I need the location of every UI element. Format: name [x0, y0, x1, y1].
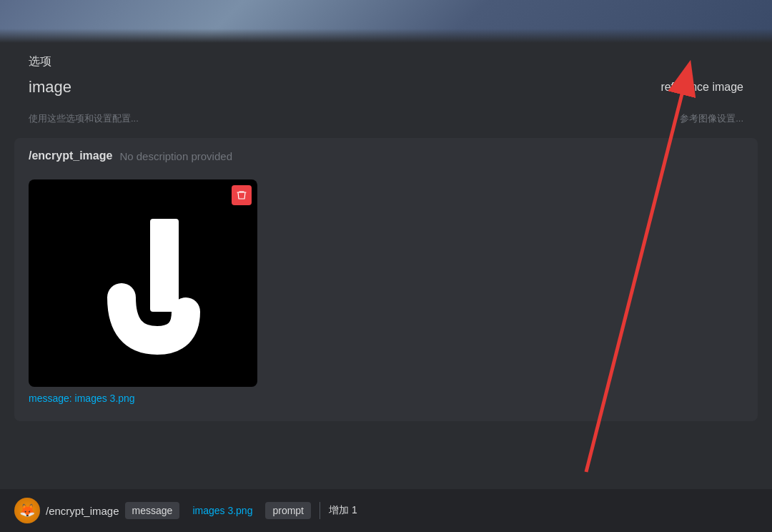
- options-title: 选项: [29, 54, 51, 69]
- image-thumbnail: [29, 179, 257, 387]
- svg-rect-1: [150, 219, 179, 312]
- image-card: [29, 179, 257, 387]
- bottom-command-name: /encrypt_image: [46, 505, 119, 517]
- truncated-left: 使用这些选项和设置配置...: [29, 112, 139, 125]
- bottom-bar: 🦊 /encrypt_image message images 3.png pr…: [0, 489, 772, 532]
- command-description: No description provided: [119, 150, 232, 162]
- j-letter-graphic: [71, 205, 214, 362]
- caption-prefix: message:: [29, 393, 72, 404]
- param-image-link[interactable]: images 3.png: [185, 502, 259, 519]
- divider-vertical: [320, 502, 320, 519]
- command-name: /encrypt_image: [29, 149, 112, 162]
- image-caption: message: images 3.png: [29, 393, 743, 404]
- image-card-area: message: images 3.png: [29, 174, 743, 410]
- caption-link: images 3.png: [75, 393, 135, 404]
- page-container: 选项 image reference image 使用这些选项和设置配置... …: [0, 0, 772, 532]
- delete-button[interactable]: [232, 185, 252, 205]
- bot-emoji: 🦊: [19, 503, 35, 518]
- top-image-strip: [0, 0, 772, 43]
- truncated-right: 参考图像设置...: [680, 112, 743, 125]
- param-prompt[interactable]: prompt: [265, 502, 311, 519]
- add-badge: 增加 1: [329, 504, 357, 517]
- image-reference-row: image reference image: [0, 78, 772, 97]
- reference-image-label: reference image: [660, 81, 743, 94]
- options-header: 选项: [0, 43, 772, 78]
- param-message[interactable]: message: [125, 502, 180, 519]
- image-label: image: [29, 78, 71, 97]
- bot-avatar: 🦊: [14, 498, 40, 523]
- truncated-row: 使用这些选项和设置配置... 参考图像设置...: [0, 105, 772, 132]
- command-header: /encrypt_image No description provided: [29, 149, 743, 162]
- command-section: /encrypt_image No description provided: [14, 138, 758, 421]
